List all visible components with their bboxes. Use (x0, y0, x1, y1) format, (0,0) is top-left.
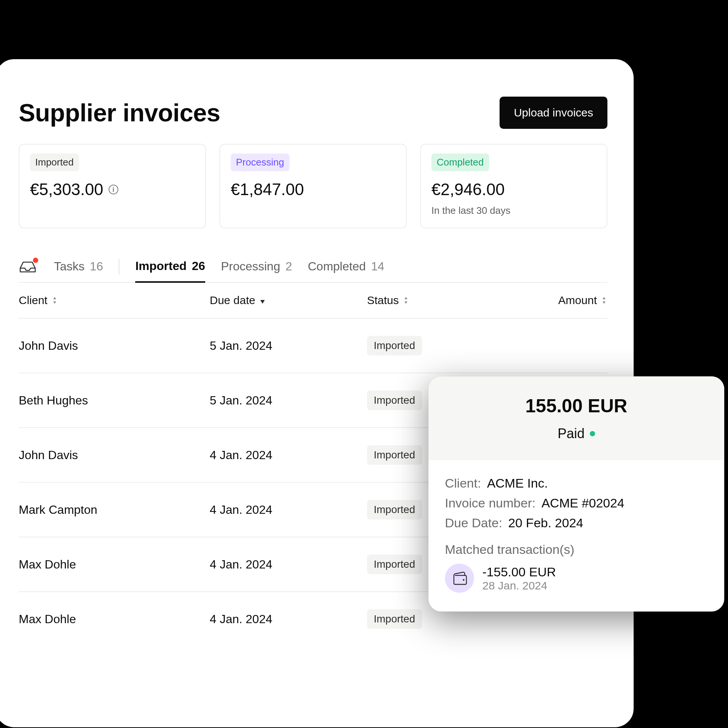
column-header-amount[interactable]: Amount (509, 294, 607, 307)
tab-imported-label: Imported (135, 259, 187, 273)
matched-transaction[interactable]: -155.00 EUR 28 Jan. 2024 (445, 564, 708, 593)
tab-completed-count: 14 (371, 260, 385, 273)
paid-dot-icon (590, 431, 595, 436)
sort-desc-icon (259, 296, 266, 304)
sort-icon (601, 296, 607, 304)
summary-card-imported[interactable]: Imported €5,303.00 i (19, 144, 206, 228)
tab-processing-count: 2 (285, 260, 292, 273)
status-chip: Imported (367, 445, 422, 465)
popover-invoice-value: ACME #02024 (541, 496, 624, 511)
sort-icon (402, 296, 409, 304)
tab-completed[interactable]: Completed 14 (308, 251, 384, 281)
transaction-date: 28 Jan. 2024 (482, 579, 556, 592)
popover-invoice-label: Invoice number: (445, 496, 535, 511)
tab-tasks-count: 16 (90, 260, 103, 273)
badge-completed: Completed (431, 153, 489, 171)
divider (119, 259, 119, 274)
status-chip: Imported (367, 336, 422, 355)
table-row[interactable]: John Davis5 Jan. 2024Imported (19, 319, 607, 373)
row-client: Max Dohle (19, 558, 210, 572)
row-due-date: 4 Jan. 2024 (210, 612, 367, 626)
summary-card-processing[interactable]: Processing €1,847.00 (219, 144, 407, 228)
sort-icon (51, 296, 58, 304)
row-client: Max Dohle (19, 612, 210, 626)
status-chip: Imported (367, 555, 422, 574)
status-chip: Imported (367, 609, 422, 629)
summary-sub-completed: In the last 30 days (431, 205, 596, 216)
popover-client-value: ACME Inc. (487, 476, 548, 491)
popover-status: Paid (444, 426, 709, 442)
svg-point-0 (463, 579, 464, 580)
tab-imported[interactable]: Imported 26 (135, 251, 205, 283)
row-client: Mark Campton (19, 503, 210, 517)
column-due-label: Due date (210, 294, 255, 307)
popover-due-value: 20 Feb. 2024 (508, 515, 583, 530)
badge-processing: Processing (231, 153, 289, 171)
popover-status-label: Paid (558, 426, 584, 442)
tab-tasks[interactable]: Tasks 16 (54, 251, 103, 281)
invoice-detail-popover: 155.00 EUR Paid Client: ACME Inc. Invoic… (428, 376, 724, 612)
summary-amount-imported: €5,303.00 (30, 180, 103, 199)
row-client: John Davis (19, 448, 210, 462)
row-client: John Davis (19, 339, 210, 353)
info-icon[interactable]: i (109, 185, 118, 194)
status-chip: Imported (367, 500, 422, 519)
tab-tasks-label: Tasks (54, 260, 85, 273)
summary-amount-completed: €2,946.00 (431, 180, 505, 199)
column-client-label: Client (19, 294, 47, 307)
row-due-date: 5 Jan. 2024 (210, 394, 367, 407)
summary-card-completed[interactable]: Completed €2,946.00 In the last 30 days (420, 144, 607, 228)
row-client: Beth Hughes (19, 394, 210, 407)
row-due-date: 4 Jan. 2024 (210, 503, 367, 517)
popover-due-label: Due Date: (445, 515, 502, 530)
summary-amount-processing: €1,847.00 (231, 180, 304, 199)
row-due-date: 4 Jan. 2024 (210, 448, 367, 462)
row-due-date: 5 Jan. 2024 (210, 339, 367, 353)
wallet-icon (445, 564, 474, 593)
inbox-icon[interactable] (19, 260, 37, 273)
transaction-amount: -155.00 EUR (482, 565, 556, 579)
notification-dot-icon (33, 258, 38, 263)
badge-imported: Imported (30, 153, 79, 171)
upload-invoices-button[interactable]: Upload invoices (500, 96, 607, 129)
status-chip: Imported (367, 391, 422, 410)
tab-completed-label: Completed (308, 260, 366, 273)
tab-processing-label: Processing (221, 260, 280, 273)
tab-processing[interactable]: Processing 2 (221, 251, 292, 281)
page-title: Supplier invoices (19, 98, 220, 127)
tab-imported-count: 26 (192, 259, 205, 273)
column-header-due-date[interactable]: Due date (210, 294, 367, 307)
popover-amount: 155.00 EUR (444, 395, 709, 417)
column-header-status[interactable]: Status (367, 294, 509, 307)
popover-client-label: Client: (445, 476, 481, 491)
column-header-client[interactable]: Client (19, 294, 210, 307)
popover-matched-label: Matched transaction(s) (445, 542, 708, 557)
row-due-date: 4 Jan. 2024 (210, 558, 367, 572)
column-status-label: Status (367, 294, 399, 307)
column-amount-label: Amount (558, 294, 597, 307)
